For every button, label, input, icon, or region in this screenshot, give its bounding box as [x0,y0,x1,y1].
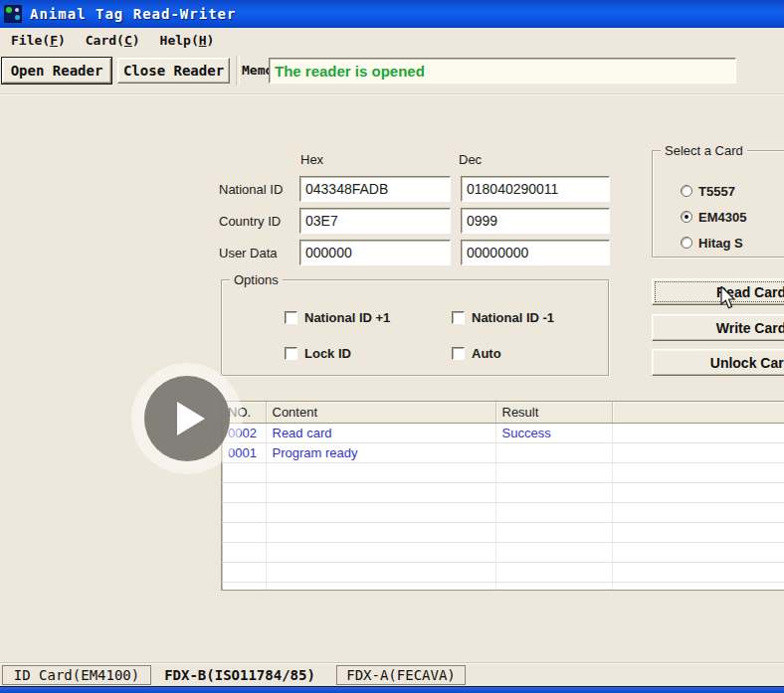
country-id-hex-input[interactable]: 03E7 [299,208,451,234]
cell-content [266,543,495,563]
cell-content [266,503,495,523]
radio-hitag-s[interactable]: Hitag S [681,236,743,250]
checkbox-lock-id-label: Lock ID [304,346,351,361]
table-row[interactable] [222,563,784,583]
user-data-hex-input[interactable]: 000000 [299,240,451,265]
radio-t5557-label: T5557 [698,184,735,199]
menu-file-label: File( [11,33,50,48]
radio-icon[interactable] [681,185,692,197]
dec-column-header: Dec [459,152,482,167]
table-row[interactable]: 0002Read cardSuccess [222,424,784,443]
table-row[interactable] [222,583,784,592]
cell-content [266,583,495,592]
table-header-row: NO. Content Result [222,402,784,424]
table-row[interactable] [222,523,784,543]
options-groupbox: Options National ID +1 National ID -1 Lo… [221,279,609,376]
radio-t5557[interactable]: T5557 [681,184,735,198]
close-reader-button[interactable]: Close Reader [117,58,230,84]
checkbox-national-id-plus1[interactable]: National ID +1 [285,310,390,324]
cell-content [266,563,495,583]
tab-fdx-b-iso11784-85[interactable]: FDX-B(ISO11784/85) [157,665,322,685]
user-data-dec-input[interactable]: 00000000 [461,240,610,265]
cell-extra [612,424,784,443]
radio-icon[interactable] [681,211,692,223]
cell-result [495,483,612,503]
options-legend: Options [230,272,283,287]
menu-file[interactable]: File(F) [2,31,75,50]
cell-result [495,523,612,543]
window-title: Animal Tag Read-Writer [30,6,236,22]
menu-card-suffix: ) [132,33,140,48]
read-card-button[interactable]: Read Card [652,278,784,305]
checkbox-auto[interactable]: Auto [452,346,501,360]
tab-id-card-em4100[interactable]: ID Card(EM4100) [2,665,151,685]
cell-content [266,463,495,483]
table-row[interactable] [222,483,784,503]
checkbox-auto-label: Auto [472,346,501,361]
cell-extra [612,583,784,592]
column-header-extra[interactable] [612,402,784,424]
play-icon [177,402,205,435]
cell-result [495,503,612,523]
checkbox-icon[interactable] [285,311,297,324]
national-id-hex-input[interactable]: 043348FADB [299,176,451,202]
checkbox-icon[interactable] [452,311,465,324]
column-header-content[interactable]: Content [266,402,495,424]
cell-extra [612,523,784,543]
select-card-legend: Select a Card [661,143,747,158]
cell-result: Success [495,424,612,443]
menu-help[interactable]: Help(H) [151,31,224,50]
menu-card[interactable]: Card(C) [77,31,149,50]
open-reader-button[interactable]: Open Reader [2,58,111,84]
checkbox-icon[interactable] [285,347,297,360]
table-row[interactable] [222,503,784,523]
cell-content [266,483,495,503]
user-data-label: User Data [219,246,278,260]
log-table[interactable]: NO. Content Result 0002Read cardSuccess0… [221,401,784,591]
national-id-dec-input[interactable]: 018040290011 [461,176,610,202]
cell-no: 0001 [222,443,266,463]
tab-fdx-a-fecava[interactable]: FDX-A(FECAVA) [336,665,466,685]
menu-file-suffix: ) [58,33,66,48]
cell-content [266,523,495,543]
cell-no [222,463,266,483]
tab-bar: ID Card(EM4100) FDX-B(ISO11784/85) FDX-A… [0,662,784,687]
title-bar[interactable]: Animal Tag Read-Writer [0,0,784,28]
table-row[interactable] [222,543,784,563]
write-card-button[interactable]: Write Card [652,314,784,341]
checkbox-national-id-plus1-label: National ID +1 [304,310,390,325]
cell-result [495,583,612,592]
table-row[interactable]: 0001Program ready [222,443,784,463]
column-header-result[interactable]: Result [495,402,612,424]
radio-hitag-s-label: Hitag S [698,236,743,251]
cell-result [495,543,612,563]
cell-no [222,583,266,592]
checkbox-lock-id[interactable]: Lock ID [285,346,351,360]
table-row[interactable] [222,463,784,483]
radio-em4305[interactable]: EM4305 [681,210,746,224]
menu-help-label: Help( [160,33,199,48]
memo-field[interactable]: The reader is opened [269,58,736,84]
unlock-card-button[interactable]: Unlock Card [652,349,784,376]
country-id-dec-input[interactable]: 0999 [461,208,610,234]
toolbar-separator [236,56,240,86]
cell-no [222,483,266,503]
cell-content: Read card [266,424,495,443]
radio-em4305-label: EM4305 [698,210,746,225]
checkbox-icon[interactable] [452,347,465,360]
cell-extra [612,483,784,503]
menu-bar: File(F) Card(C) Help(H) [0,28,784,53]
cell-extra [612,563,784,583]
cell-result [495,563,612,583]
cell-result [495,463,612,483]
checkbox-national-id-minus1[interactable]: National ID -1 [452,310,554,324]
checkbox-national-id-minus1-label: National ID -1 [472,310,554,325]
radio-icon[interactable] [681,237,692,249]
log-table-body: 0002Read cardSuccess0001Program ready [222,424,784,592]
window-bottom-border [0,686,784,693]
cell-no [222,563,266,583]
cell-extra [612,503,784,523]
select-card-groupbox: Select a Card T5557 EM4305 Hitag S [652,150,784,258]
video-play-button[interactable] [144,376,230,461]
country-id-label: Country ID [219,214,281,229]
